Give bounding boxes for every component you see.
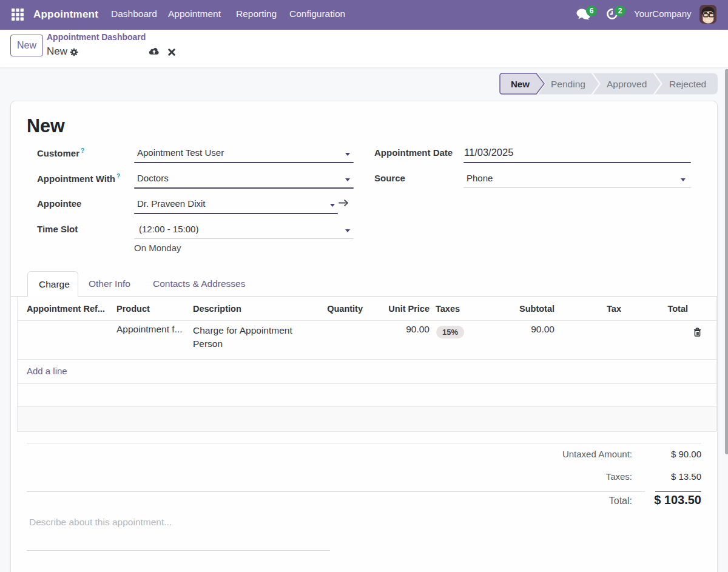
svg-text:Approved: Approved — [607, 79, 647, 89]
svg-text:New: New — [511, 79, 530, 89]
svg-text:Pending: Pending — [551, 79, 585, 89]
svg-text:Rejected: Rejected — [669, 79, 706, 89]
